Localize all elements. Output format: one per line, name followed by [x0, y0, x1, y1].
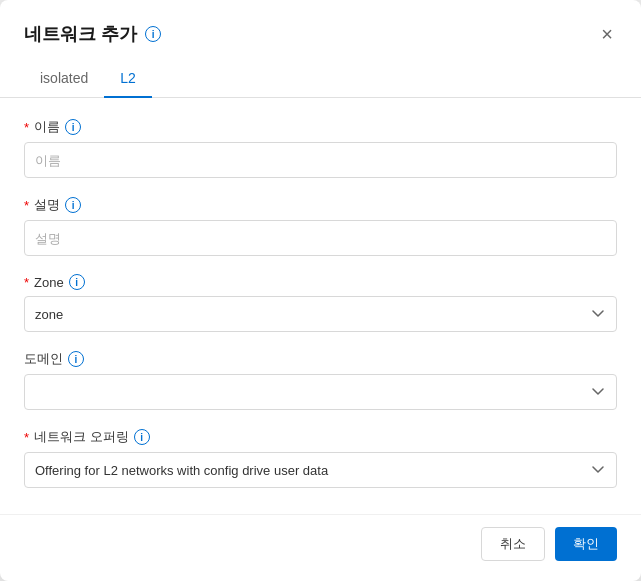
field-label-name: * 이름 i [24, 118, 617, 136]
confirm-button[interactable]: 확인 [555, 527, 617, 561]
tab-isolated[interactable]: isolated [24, 60, 104, 98]
label-name-text: 이름 [34, 118, 60, 136]
zone-select[interactable]: zone [24, 296, 617, 332]
field-description-info-icon[interactable]: i [65, 197, 81, 213]
zone-select-wrapper: zone [24, 296, 617, 332]
field-name-info-icon[interactable]: i [65, 119, 81, 135]
modal-body: * 이름 i * 설명 i * Zone i [0, 98, 641, 514]
field-network-offering-info-icon[interactable]: i [134, 429, 150, 445]
label-domain-text: 도메인 [24, 350, 63, 368]
field-group-name: * 이름 i [24, 118, 617, 178]
description-input[interactable] [24, 220, 617, 256]
domain-select[interactable] [24, 374, 617, 410]
network-offering-select[interactable]: Offering for L2 networks with config dri… [24, 452, 617, 488]
domain-select-wrapper [24, 374, 617, 410]
name-input[interactable] [24, 142, 617, 178]
field-label-domain: 도메인 i [24, 350, 617, 368]
field-group-zone: * Zone i zone [24, 274, 617, 332]
field-group-domain: 도메인 i [24, 350, 617, 410]
field-label-description: * 설명 i [24, 196, 617, 214]
tabs-container: isolated L2 [0, 60, 641, 98]
cancel-button[interactable]: 취소 [481, 527, 545, 561]
network-offering-select-wrapper: Offering for L2 networks with config dri… [24, 452, 617, 488]
modal: 네트워크 추가 i × isolated L2 * 이름 i [0, 0, 641, 581]
required-star-zone: * [24, 275, 29, 290]
modal-overlay: 네트워크 추가 i × isolated L2 * 이름 i [0, 0, 641, 581]
label-network-offering-text: 네트워크 오퍼링 [34, 428, 129, 446]
required-star-network-offering: * [24, 430, 29, 445]
close-button[interactable]: × [597, 20, 617, 48]
modal-footer: 취소 확인 [0, 514, 641, 581]
label-description-text: 설명 [34, 196, 60, 214]
tab-l2[interactable]: L2 [104, 60, 152, 98]
field-group-network-offering: * 네트워크 오퍼링 i Offering for L2 networks wi… [24, 428, 617, 488]
modal-title-info-icon[interactable]: i [145, 26, 161, 42]
modal-title: 네트워크 추가 [24, 22, 137, 46]
label-zone-text: Zone [34, 275, 64, 290]
field-zone-info-icon[interactable]: i [69, 274, 85, 290]
modal-header: 네트워크 추가 i × [0, 0, 641, 48]
required-star-name: * [24, 120, 29, 135]
field-group-description: * 설명 i [24, 196, 617, 256]
field-label-network-offering: * 네트워크 오퍼링 i [24, 428, 617, 446]
field-domain-info-icon[interactable]: i [68, 351, 84, 367]
required-star-description: * [24, 198, 29, 213]
field-label-zone: * Zone i [24, 274, 617, 290]
modal-title-row: 네트워크 추가 i [24, 22, 161, 46]
